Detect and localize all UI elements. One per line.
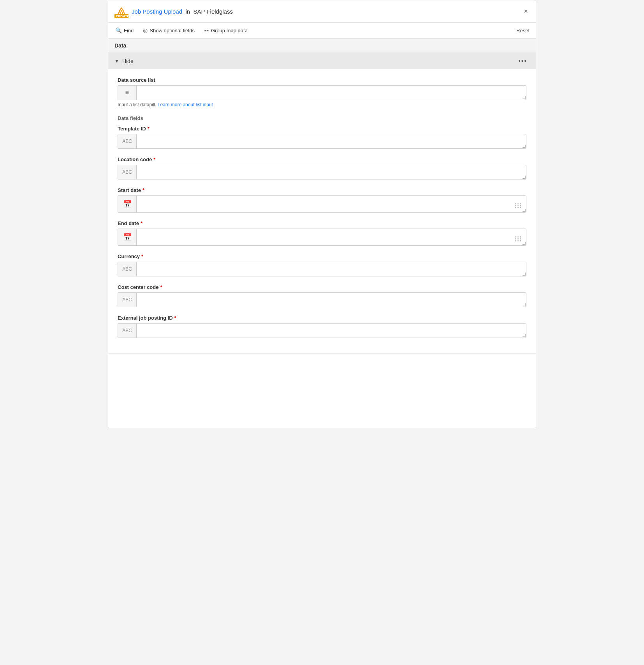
window-title: Job Posting Upload in SAP Fieldglass	[132, 8, 233, 15]
required-indicator: *	[153, 157, 155, 162]
start-date-label: Start date *	[118, 187, 526, 193]
required-indicator: *	[160, 284, 162, 290]
end-date-field: End date * 📅	[118, 220, 526, 246]
required-indicator: *	[148, 126, 150, 132]
calendar-icon: 📅	[118, 229, 137, 245]
resize-handle	[523, 145, 526, 148]
private-badge: PRIVATE	[114, 14, 128, 18]
location-code-label: Location code *	[118, 157, 526, 162]
currency-label: Currency *	[118, 253, 526, 259]
optional-fields-label: Show optional fields	[150, 28, 195, 33]
external-job-posting-id-input[interactable]	[137, 324, 526, 338]
currency-input-wrapper: ABC	[118, 262, 526, 276]
reset-button[interactable]: Reset	[516, 28, 530, 33]
app-logo: PRIVATE	[114, 4, 128, 18]
resize-handle	[523, 303, 526, 306]
section-header: Data	[108, 39, 536, 53]
data-source-helper: Input a list datapill. Learn more about …	[118, 102, 526, 107]
cost-center-code-input[interactable]	[137, 293, 526, 307]
chevron-down-icon: ▼	[114, 58, 119, 64]
toolbar: 🔍 Find ◎ Show optional fields ⚏ Group ma…	[108, 23, 536, 39]
learn-more-link[interactable]: Learn more about list input	[158, 102, 213, 107]
data-source-list-input-wrapper: ≡	[118, 85, 526, 100]
search-icon: 🔍	[115, 27, 122, 33]
section-title: Data	[114, 42, 126, 49]
required-indicator: *	[141, 220, 143, 226]
abc-prefix-icon: ABC	[118, 165, 137, 179]
toolbar-left: 🔍 Find ◎ Show optional fields ⚏ Group ma…	[114, 26, 248, 35]
abc-prefix-icon: ABC	[118, 262, 137, 276]
start-date-input-wrapper: 📅	[118, 195, 526, 213]
data-source-list-label: Data source list	[118, 77, 526, 83]
end-date-input-wrapper: 📅	[118, 229, 526, 246]
panel-menu-button[interactable]: •••	[516, 57, 530, 65]
data-source-list-input[interactable]	[137, 86, 526, 100]
template-id-input-wrapper: ABC	[118, 134, 526, 149]
template-id-label: Template ID *	[118, 126, 526, 132]
abc-prefix-icon: ABC	[118, 293, 137, 307]
panel-header-left: ▼ Hide	[114, 58, 134, 64]
external-job-posting-id-label: External job posting ID *	[118, 315, 526, 321]
template-id-field: Template ID * ABC	[118, 126, 526, 149]
find-button[interactable]: 🔍 Find	[114, 26, 134, 35]
dot-grid-icon	[514, 202, 523, 210]
resize-handle	[523, 209, 526, 212]
resize-handle	[523, 334, 526, 337]
calendar-icon: 📅	[118, 196, 137, 212]
data-source-list-field: Data source list ≡ Input a list datapill…	[118, 77, 526, 107]
panel-title: Hide	[122, 58, 134, 64]
currency-input[interactable]	[137, 262, 526, 276]
currency-field: Currency * ABC	[118, 253, 526, 276]
resize-handle	[523, 273, 526, 276]
template-id-input[interactable]	[137, 134, 526, 148]
panel: ▼ Hide ••• Data source list ≡ Input a li…	[108, 53, 536, 354]
start-date-input[interactable]	[137, 196, 510, 212]
required-indicator: *	[174, 315, 176, 321]
cost-center-code-field: Cost center code * ABC	[118, 284, 526, 307]
end-date-label: End date *	[118, 220, 526, 226]
eye-icon: ◎	[143, 27, 148, 33]
group-map-data-button[interactable]: ⚏ Group map data	[203, 26, 248, 35]
app-window: PRIVATE Job Posting Upload in SAP Fieldg…	[108, 0, 536, 428]
dot-grid-icon	[514, 235, 523, 243]
title-bar: PRIVATE Job Posting Upload in SAP Fieldg…	[108, 0, 536, 23]
resize-handle	[523, 176, 526, 179]
panel-header[interactable]: ▼ Hide •••	[108, 53, 536, 69]
abc-prefix-icon: ABC	[118, 134, 137, 148]
columns-icon: ⚏	[204, 27, 209, 33]
required-indicator: *	[141, 253, 143, 259]
cost-center-code-label: Cost center code *	[118, 284, 526, 290]
resize-handle	[523, 96, 526, 99]
location-code-input-wrapper: ABC	[118, 165, 526, 179]
location-code-field: Location code * ABC	[118, 157, 526, 179]
abc-prefix-icon: ABC	[118, 324, 137, 338]
start-date-field: Start date * 📅	[118, 187, 526, 213]
external-job-posting-id-input-wrapper: ABC	[118, 323, 526, 338]
list-prefix-icon: ≡	[118, 86, 137, 100]
group-map-label: Group map data	[211, 28, 248, 33]
location-code-input[interactable]	[137, 165, 526, 179]
end-date-input[interactable]	[137, 229, 510, 245]
show-optional-fields-button[interactable]: ◎ Show optional fields	[142, 26, 195, 35]
find-label: Find	[124, 28, 134, 33]
panel-content: Data source list ≡ Input a list datapill…	[108, 69, 536, 354]
cost-center-code-input-wrapper: ABC	[118, 292, 526, 307]
data-fields-section-label: Data fields	[118, 115, 526, 121]
close-button[interactable]: ×	[522, 6, 530, 16]
external-job-posting-id-field: External job posting ID * ABC	[118, 315, 526, 338]
required-indicator: *	[143, 187, 144, 193]
resize-handle	[523, 242, 526, 245]
title-bar-left: PRIVATE Job Posting Upload in SAP Fieldg…	[114, 4, 233, 18]
